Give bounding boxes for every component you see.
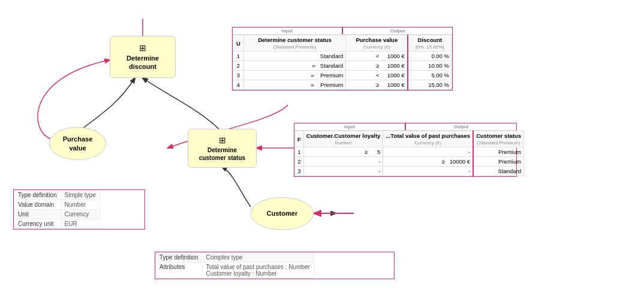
determine-discount-node[interactable]: ⊞ Determine discount: [110, 36, 176, 78]
cell-d4: 15.00 %: [408, 80, 452, 90]
table-icon2: ⊞: [219, 135, 226, 145]
cell-t2-v1-2: -: [383, 147, 473, 157]
table-row: 4 = Premium ≥ 1000 € 15.00 %: [233, 80, 452, 90]
determine-discount-label: Determine discount: [127, 54, 159, 71]
table2-input-label: Input: [294, 123, 406, 130]
cell-d2: 10.00 %: [408, 61, 452, 71]
col-purchase-value: Purchase valueCurrency (€): [346, 35, 408, 52]
determine-customer-status-node[interactable]: ⊞ Determine customer status: [188, 129, 257, 168]
purchase-props-table: Type definition Simple type Value domain…: [14, 190, 100, 229]
prop-label-value-domain: Value domain: [14, 200, 61, 210]
prop-row: Unit Currency: [14, 210, 100, 219]
prop-label-currency: Currency unit: [14, 219, 61, 229]
prop-value-value-domain: Number: [61, 200, 100, 210]
cell-v2-1: = Standard: [244, 61, 346, 71]
customer-status-decision-table: Input Output F Customer.Customer loyalty…: [294, 123, 517, 177]
determine-customer-status-label: Determine customer status: [199, 146, 245, 162]
prop-value-attributes: Total value of past purchases : Number C…: [202, 262, 314, 279]
cell-d3: 5.00 %: [408, 71, 452, 80]
table-row: 1 ≥ 5 - Premium: [295, 147, 524, 157]
table1-content: U Determine customer status(Standard,Pre…: [233, 35, 452, 90]
cell-v4-2: ≥ 1000 €: [346, 80, 408, 90]
customer-label: Customer: [267, 209, 297, 218]
table2-output-label: Output: [406, 123, 516, 130]
table-row: 3 = Premium < 1000 € 5.00 %: [233, 71, 452, 80]
prop-value-currency: EUR: [61, 219, 100, 229]
prop-row: Currency unit EUR: [14, 219, 100, 229]
cell-v4-1: = Premium: [244, 80, 346, 90]
prop-value-type-def: Simple type: [61, 191, 100, 200]
cell-v1-2: < 1000 €: [346, 52, 408, 61]
col-customer-status: Determine customer status(Standard,Premi…: [244, 35, 346, 52]
col-customer-loyalty: Customer.Customer loyaltyNumber: [303, 131, 383, 147]
cell-u4: 4: [233, 80, 244, 90]
cell-t2-s2: Premium: [473, 157, 523, 167]
table-icon: ⊞: [139, 43, 146, 53]
table2-header-row: Input Output: [294, 123, 516, 131]
cell-v3-1: = Premium: [244, 71, 346, 80]
purchase-value-label: Purchase value: [63, 135, 93, 152]
cell-v1-1: Standard: [244, 52, 346, 61]
customer-props-table: Type definition Complex type Attributes …: [155, 252, 314, 279]
cell-f2: 2: [295, 157, 304, 167]
cell-t2-v1-1: ≥ 5: [303, 147, 383, 157]
cell-v3-2: < 1000 €: [346, 71, 408, 80]
prop-label-unit: Unit: [14, 210, 61, 219]
table1-input-label: Input: [233, 28, 343, 34]
col-discount: Discount[0%..15.00%]: [408, 35, 452, 52]
table-row: 2 = Standard ≥ 1000 € 10.00 %: [233, 61, 452, 71]
prop-label-attributes: Attributes: [156, 262, 203, 279]
prop-row: Type definition Simple type: [14, 191, 100, 200]
purchase-value-properties: Type definition Simple type Value domain…: [13, 189, 145, 229]
cell-t2-v2-1: -: [303, 157, 383, 167]
prop-label-type-def: Type definition: [14, 191, 61, 200]
cell-t2-s1: Premium: [473, 147, 523, 157]
col-total-purchases: ...Total value of past purchasesCurrency…: [383, 131, 473, 147]
table-row: 3 - - Standard: [295, 167, 524, 176]
table2-content: F Customer.Customer loyaltyNumber ...Tot…: [294, 131, 524, 176]
table-row: 2 - ≥ 10000 € Premium: [295, 157, 524, 167]
cell-f1: 1: [295, 147, 304, 157]
purchase-value-node[interactable]: Purchase value: [49, 127, 106, 160]
cell-t2-v3-1: -: [303, 167, 383, 176]
cell-f3: 3: [295, 167, 304, 176]
customer-properties: Type definition Complex type Attributes …: [155, 252, 395, 279]
prop-row: Type definition Complex type: [156, 253, 314, 262]
col-f: F: [295, 131, 304, 147]
prop-value-type-def-c: Complex type: [202, 253, 314, 262]
customer-node[interactable]: Customer: [251, 197, 314, 230]
table1-header-row: Input Output: [233, 28, 452, 35]
cell-t2-v2-2: ≥ 10000 €: [383, 157, 473, 167]
prop-label-type-def-c: Type definition: [156, 253, 203, 262]
table1-output-label: Output: [343, 28, 452, 34]
table-row: 1 Standard < 1000 € 0.00 %: [233, 52, 452, 61]
col-customer-status: Customer status(Standard,Premium): [473, 131, 523, 147]
cell-u2: 2: [233, 61, 244, 71]
col-u: U: [233, 35, 244, 52]
prop-value-unit: Currency: [61, 210, 100, 219]
discount-decision-table: Input Output U Determine customer status…: [232, 27, 453, 90]
prop-row: Value domain Number: [14, 200, 100, 210]
cell-v2-2: ≥ 1000 €: [346, 61, 408, 71]
cell-d1: 0.00 %: [408, 52, 452, 61]
cell-t2-s3: Standard: [473, 167, 523, 176]
cell-u1: 1: [233, 52, 244, 61]
cell-u3: 3: [233, 71, 244, 80]
cell-t2-v3-2: -: [383, 167, 473, 176]
prop-row: Attributes Total value of past purchases…: [156, 262, 314, 279]
